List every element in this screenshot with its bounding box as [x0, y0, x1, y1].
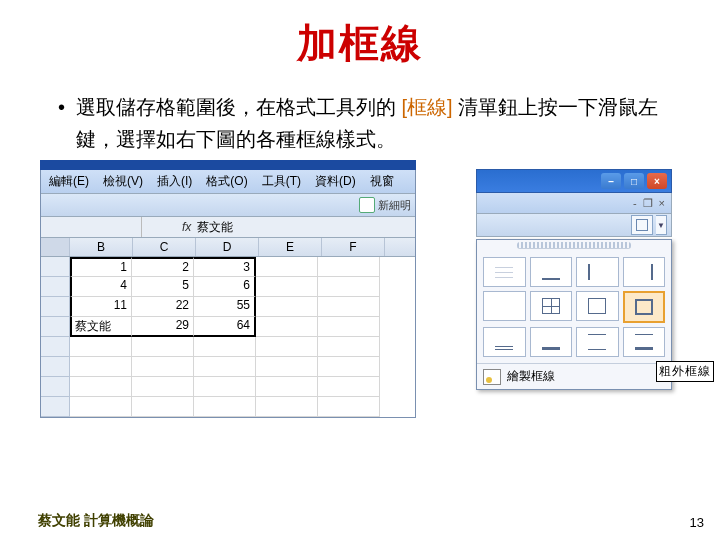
draw-borders-footer[interactable]: 繪製框線 [477, 363, 671, 389]
border-thick-box[interactable] [623, 291, 666, 323]
cell[interactable] [256, 277, 318, 297]
cell[interactable] [70, 377, 132, 397]
borders-dropdown-arrow[interactable]: ▼ [656, 215, 667, 235]
menu-tools[interactable]: 工具(T) [262, 173, 301, 190]
cell[interactable] [194, 377, 256, 397]
border-no-border[interactable] [483, 291, 526, 321]
row-header[interactable] [41, 297, 70, 317]
border-top-thick-bottom[interactable] [623, 327, 666, 357]
row-header[interactable] [41, 397, 70, 417]
cell[interactable] [256, 337, 318, 357]
font-selector[interactable]: 新細明 [359, 197, 411, 213]
cell[interactable] [256, 377, 318, 397]
cell[interactable]: 2 [132, 257, 194, 277]
cell[interactable]: 22 [132, 297, 194, 317]
name-box[interactable] [41, 217, 142, 237]
row-header[interactable] [41, 337, 70, 357]
panel-grip[interactable] [517, 242, 631, 249]
cell[interactable] [256, 397, 318, 417]
cell[interactable] [318, 277, 380, 297]
cell[interactable] [318, 397, 380, 417]
row-header[interactable] [41, 277, 70, 297]
mdi-restore[interactable]: ❐ [643, 197, 653, 210]
menu-edit[interactable]: 編輯(E) [49, 173, 89, 190]
cell[interactable]: 64 [194, 317, 256, 337]
col-E[interactable]: E [259, 238, 322, 256]
corner-cell[interactable] [41, 238, 70, 256]
border-thick-bottom[interactable] [530, 327, 573, 357]
row-header[interactable] [41, 357, 70, 377]
cell[interactable] [318, 377, 380, 397]
border-top-bottom[interactable] [576, 327, 619, 357]
formula-value[interactable]: 蔡文能 [197, 219, 233, 236]
col-F[interactable]: F [322, 238, 385, 256]
col-C[interactable]: C [133, 238, 196, 256]
borders-panel: 繪製框線 粗外框線 [476, 239, 672, 390]
cell[interactable] [132, 337, 194, 357]
doc-icon [359, 197, 375, 213]
cell[interactable] [132, 357, 194, 377]
cell-grid: 1 2 3 4 5 6 11 22 [41, 257, 415, 417]
menu-window[interactable]: 視窗 [370, 173, 394, 190]
cell[interactable]: 11 [70, 297, 132, 317]
border-bottom[interactable] [530, 257, 573, 287]
bullet-highlight: [框線] [402, 96, 453, 118]
cell[interactable] [132, 377, 194, 397]
borders-button[interactable] [631, 215, 653, 235]
cell[interactable] [318, 337, 380, 357]
cell[interactable] [256, 257, 318, 277]
cell[interactable] [318, 357, 380, 377]
cell[interactable] [256, 317, 318, 337]
cell[interactable]: 6 [194, 277, 256, 297]
border-all[interactable] [530, 291, 573, 321]
border-left[interactable] [576, 257, 619, 287]
cell[interactable] [256, 297, 318, 317]
cell[interactable]: 5 [132, 277, 194, 297]
minimize-button[interactable]: – [601, 173, 621, 189]
menu-insert[interactable]: 插入(I) [157, 173, 192, 190]
col-B[interactable]: B [70, 238, 133, 256]
cell[interactable] [194, 357, 256, 377]
cell[interactable] [70, 337, 132, 357]
cell[interactable] [194, 337, 256, 357]
cell[interactable] [256, 357, 318, 377]
border-none[interactable] [483, 257, 526, 287]
row-header[interactable] [41, 317, 70, 337]
menu-format[interactable]: 格式(O) [206, 173, 247, 190]
cell[interactable]: 4 [70, 277, 132, 297]
border-outside[interactable] [576, 291, 619, 321]
mdi-minimize[interactable]: - [633, 197, 637, 209]
close-button[interactable]: × [647, 173, 667, 189]
fx-icon[interactable]: fx [182, 220, 191, 234]
bullet-text: 選取儲存格範圍後，在格式工具列的 [框線] 清單鈕上按一下滑鼠左鍵，選擇如右下圖… [58, 91, 680, 155]
cell[interactable] [132, 397, 194, 417]
bullet-pre: 選取儲存格範圍後，在格式工具列的 [76, 96, 402, 118]
border-right[interactable] [623, 257, 666, 287]
cell[interactable] [318, 257, 380, 277]
row-header[interactable] [41, 377, 70, 397]
cell[interactable] [70, 357, 132, 377]
cell[interactable] [318, 317, 380, 337]
footer-credit: 蔡文能 計算機概論 [38, 512, 154, 530]
cell[interactable]: 29 [132, 317, 194, 337]
border-bottom-double[interactable] [483, 327, 526, 357]
page-number: 13 [690, 515, 704, 530]
cell[interactable] [318, 297, 380, 317]
cell[interactable]: 1 [70, 257, 132, 277]
column-headers: B C D E F [41, 238, 415, 257]
borders-icon [636, 219, 648, 231]
slide-title: 加框線 [40, 16, 680, 71]
maximize-button[interactable]: □ [624, 173, 644, 189]
menu-view[interactable]: 檢視(V) [103, 173, 143, 190]
border-options-grid [477, 251, 671, 363]
col-D[interactable]: D [196, 238, 259, 256]
cell[interactable]: 3 [194, 257, 256, 277]
mdi-close[interactable]: × [659, 197, 665, 209]
menu-data[interactable]: 資料(D) [315, 173, 356, 190]
cell[interactable]: 蔡文能 [70, 317, 132, 337]
cell[interactable] [70, 397, 132, 417]
cell[interactable]: 55 [194, 297, 256, 317]
row-header[interactable] [41, 257, 70, 277]
cell[interactable] [194, 397, 256, 417]
font-name: 新細明 [378, 198, 411, 213]
